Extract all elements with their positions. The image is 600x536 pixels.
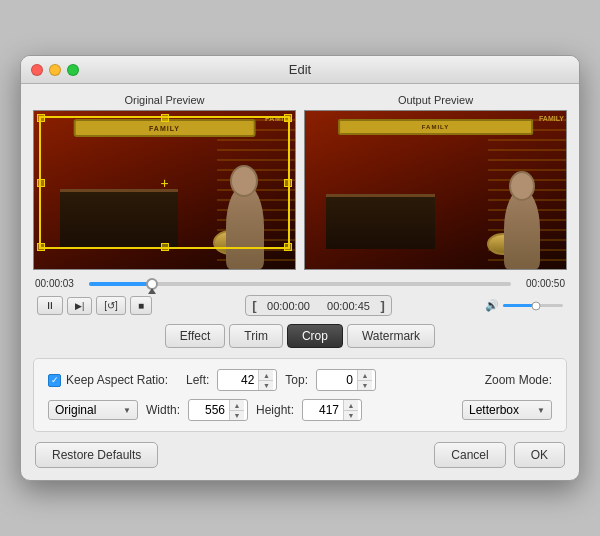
crop-row-1: Keep Aspect Ratio: Left: ▲ ▼ Top: ▲ ▼ bbox=[48, 369, 552, 391]
width-up[interactable]: ▲ bbox=[230, 400, 244, 410]
output-sign: FAMILY bbox=[338, 119, 534, 135]
restore-defaults-button[interactable]: Restore Defaults bbox=[35, 442, 158, 468]
controls-row: ⏸ ▶| [↺] ■ [ ] 🔊 bbox=[33, 295, 567, 316]
original-option-text: Original bbox=[55, 403, 96, 417]
output-counter bbox=[326, 194, 436, 249]
output-head bbox=[509, 171, 535, 201]
cancel-button[interactable]: Cancel bbox=[434, 442, 505, 468]
in-out-group: [ ] bbox=[245, 295, 392, 316]
loop-icon: [↺] bbox=[104, 300, 118, 311]
timeline-end: 00:00:50 bbox=[517, 278, 565, 289]
volume-slider[interactable] bbox=[503, 304, 563, 307]
left-input[interactable] bbox=[218, 371, 258, 389]
timeline-start: 00:00:03 bbox=[35, 278, 83, 289]
height-arrows: ▲ ▼ bbox=[343, 400, 358, 420]
top-down[interactable]: ▼ bbox=[358, 380, 372, 390]
output-figure bbox=[504, 189, 540, 269]
top-field[interactable]: ▲ ▼ bbox=[316, 369, 376, 391]
volume-thumb[interactable] bbox=[532, 301, 541, 310]
keep-aspect-ratio-label[interactable]: Keep Aspect Ratio: bbox=[48, 373, 178, 387]
scene-sign: FAMILY bbox=[73, 119, 256, 137]
ok-button[interactable]: OK bbox=[514, 442, 565, 468]
left-arrows: ▲ ▼ bbox=[258, 370, 273, 390]
output-preview-panel: Output Preview FAMILY FAMILY bbox=[304, 94, 567, 270]
timeline-marker bbox=[148, 288, 156, 294]
width-input[interactable] bbox=[189, 401, 229, 419]
height-label: Height: bbox=[256, 403, 294, 417]
minimize-button[interactable] bbox=[49, 64, 61, 76]
left-label: Left: bbox=[186, 373, 209, 387]
timeline-track[interactable] bbox=[89, 282, 511, 286]
timeline-row: 00:00:03 00:00:50 bbox=[33, 278, 567, 289]
top-input[interactable] bbox=[317, 371, 357, 389]
scene-counter bbox=[60, 189, 177, 249]
letterbox-select-arrow: ▼ bbox=[537, 406, 545, 415]
original-preview-image: FAMILY FAMILY bbox=[33, 110, 296, 270]
top-arrows: ▲ ▼ bbox=[357, 370, 372, 390]
sign-text: FAMILY bbox=[149, 125, 180, 132]
top-up[interactable]: ▲ bbox=[358, 370, 372, 380]
height-field[interactable]: ▲ ▼ bbox=[302, 399, 362, 421]
volume-group: 🔊 bbox=[485, 299, 563, 312]
main-window: Edit Original Preview FAMILY FA bbox=[20, 55, 580, 481]
footer-row: Restore Defaults Cancel OK bbox=[33, 442, 567, 468]
zoom-mode-label: Zoom Mode: bbox=[485, 373, 552, 387]
output-preview-label: Output Preview bbox=[304, 94, 567, 106]
window-controls bbox=[31, 64, 79, 76]
keep-aspect-ratio-text: Keep Aspect Ratio: bbox=[66, 373, 168, 387]
out-point-input[interactable] bbox=[320, 300, 376, 312]
pause-button[interactable]: ⏸ bbox=[37, 296, 63, 315]
close-button[interactable] bbox=[31, 64, 43, 76]
top-label: Top: bbox=[285, 373, 308, 387]
width-down[interactable]: ▼ bbox=[230, 410, 244, 420]
maximize-button[interactable] bbox=[67, 64, 79, 76]
stop-icon: ■ bbox=[138, 300, 144, 311]
tab-effect[interactable]: Effect bbox=[165, 324, 225, 348]
family-text: FAMILY bbox=[265, 115, 293, 122]
width-arrows: ▲ ▼ bbox=[229, 400, 244, 420]
original-select-arrow: ▼ bbox=[123, 406, 131, 415]
height-down[interactable]: ▼ bbox=[344, 410, 358, 420]
original-preview-panel: Original Preview FAMILY FAMILY bbox=[33, 94, 296, 270]
stop-button[interactable]: ■ bbox=[130, 296, 152, 315]
output-preview-image: FAMILY FAMILY bbox=[304, 110, 567, 270]
width-label: Width: bbox=[146, 403, 180, 417]
tab-crop[interactable]: Crop bbox=[287, 324, 343, 348]
keep-aspect-ratio-checkbox[interactable] bbox=[48, 374, 61, 387]
letterbox-select[interactable]: Letterbox ▼ bbox=[462, 400, 552, 420]
footer-right: Cancel OK bbox=[434, 442, 565, 468]
in-point-input[interactable] bbox=[260, 300, 316, 312]
next-frame-button[interactable]: ▶| bbox=[67, 297, 92, 315]
width-field[interactable]: ▲ ▼ bbox=[188, 399, 248, 421]
letterbox-option-text: Letterbox bbox=[469, 403, 519, 417]
bracket-open: [ bbox=[252, 298, 256, 313]
next-frame-icon: ▶| bbox=[75, 301, 84, 311]
titlebar: Edit bbox=[21, 56, 579, 84]
original-select[interactable]: Original ▼ bbox=[48, 400, 138, 420]
loop-button[interactable]: [↺] bbox=[96, 296, 126, 315]
original-preview-label: Original Preview bbox=[33, 94, 296, 106]
main-content: Original Preview FAMILY FAMILY bbox=[21, 84, 579, 480]
crop-row-2: Original ▼ Width: ▲ ▼ Height: ▲ ▼ bbox=[48, 399, 552, 421]
volume-icon: 🔊 bbox=[485, 299, 499, 312]
bracket-close: ] bbox=[380, 298, 384, 313]
tab-watermark[interactable]: Watermark bbox=[347, 324, 435, 348]
crop-form: Keep Aspect Ratio: Left: ▲ ▼ Top: ▲ ▼ bbox=[33, 358, 567, 432]
left-field[interactable]: ▲ ▼ bbox=[217, 369, 277, 391]
tabs-row: Effect Trim Crop Watermark bbox=[33, 324, 567, 348]
left-down[interactable]: ▼ bbox=[259, 380, 273, 390]
height-up[interactable]: ▲ bbox=[344, 400, 358, 410]
preview-row: Original Preview FAMILY FAMILY bbox=[33, 94, 567, 270]
output-family-text: FAMILY bbox=[539, 115, 564, 122]
height-input[interactable] bbox=[303, 401, 343, 419]
tab-trim[interactable]: Trim bbox=[229, 324, 283, 348]
timeline-fill bbox=[89, 282, 152, 286]
window-title: Edit bbox=[289, 62, 311, 77]
pause-icon: ⏸ bbox=[45, 300, 55, 311]
left-up[interactable]: ▲ bbox=[259, 370, 273, 380]
